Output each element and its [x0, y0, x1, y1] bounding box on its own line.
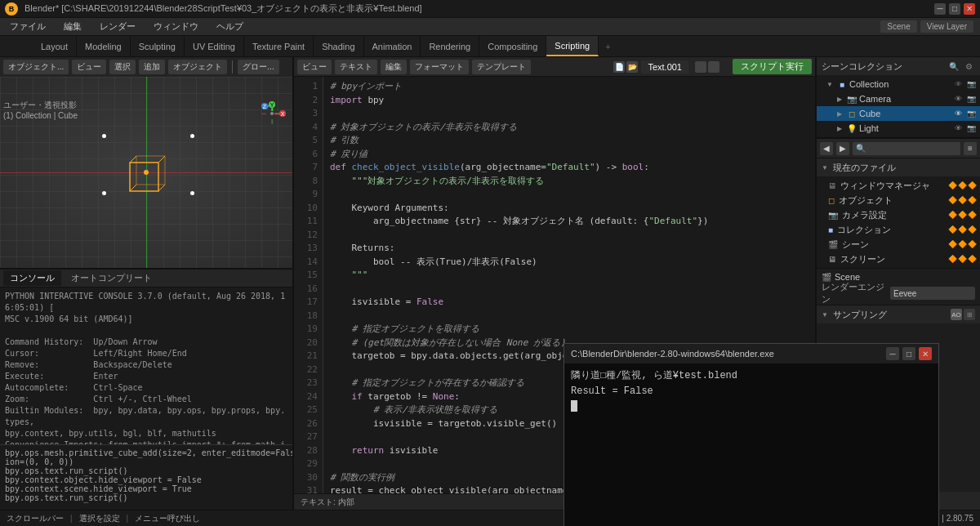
light-render-icon[interactable]: 📷 — [965, 123, 977, 134]
terminal-window: C:\BlenderDir\blender-2.80-windows64\ble… — [564, 343, 939, 526]
tree-item-cube[interactable]: ▶ ◻ Cube 👁 📷 — [817, 106, 980, 121]
camera-render-icon[interactable]: 📷 — [965, 93, 977, 105]
light-eye-icon[interactable]: 👁 — [952, 123, 964, 134]
camera-eye-icon[interactable]: 👁 — [952, 93, 964, 105]
minimize-button[interactable]: ─ — [934, 3, 946, 15]
file-wm-label: ウィンドウマネージャ — [840, 180, 930, 192]
console-header: コンソール オートコンプリート — [0, 270, 292, 288]
vt-select-menu[interactable]: 選択 — [109, 60, 136, 74]
console-body[interactable]: PYTHON INTERACTIVE CONSOLE 3.7.0 (defaul… — [0, 288, 292, 444]
tree-item-light[interactable]: ▶ 💡 Light 👁 📷 — [817, 121, 980, 136]
console-tab[interactable]: コンソール — [3, 270, 61, 286]
te-icon-open[interactable]: 📂 — [626, 61, 638, 73]
scene-selector[interactable]: Scene — [880, 20, 916, 33]
terminal-close[interactable]: ✕ — [919, 347, 932, 360]
tab-scripting[interactable]: Scripting — [546, 36, 599, 56]
menu-edit[interactable]: 編集 — [60, 19, 85, 34]
props-nav-back[interactable]: ◀ — [820, 142, 833, 155]
terminal-minimize[interactable]: ─ — [886, 347, 899, 360]
file-coll-icons: 🔶🔶🔶 — [948, 225, 977, 234]
te-text-btn[interactable]: テキスト — [335, 60, 377, 74]
te-edit-btn[interactable]: 編集 — [381, 60, 407, 74]
props-filter[interactable]: ≡ — [964, 142, 977, 155]
maximize-button[interactable]: □ — [949, 3, 960, 15]
visibility-icons: 👁 📷 — [952, 78, 977, 90]
viewport-content[interactable]: Y X Z ユーザー・透視投影 (1) Collection | Cube — [0, 77, 292, 268]
te-format-btn[interactable]: フォーマット — [410, 60, 469, 74]
viewport-scene[interactable]: Y X Z ユーザー・透視投影 (1) Collection | Cube — [0, 77, 292, 268]
tab-sculpting[interactable]: Sculpting — [131, 36, 185, 56]
code-line-5: # 引数 — [330, 134, 808, 148]
tab-texture-paint[interactable]: Texture Paint — [244, 36, 314, 56]
tab-layout[interactable]: Layout — [33, 36, 77, 56]
tab-compositing[interactable]: Compositing — [479, 36, 546, 56]
file-screen-icons: 🔶🔶🔶 — [948, 255, 977, 263]
eye-icon[interactable]: 👁 — [952, 78, 964, 90]
file-scene[interactable]: 🎬 シーン 🔶🔶🔶 — [817, 237, 980, 252]
ao-toggle[interactable]: AO — [951, 309, 962, 320]
tree-item-camera[interactable]: ▶ 📷 Camera 👁 📷 — [817, 91, 980, 106]
orientation-widget: Y X Z — [260, 101, 284, 126]
filename-label[interactable]: Text.001 — [641, 60, 688, 74]
vt-view-menu[interactable]: ビュー — [72, 60, 106, 74]
code-line-10: Keyword Arguments: — [330, 202, 808, 216]
cube-eye-icon[interactable]: 👁 — [952, 108, 964, 119]
sampling-header[interactable]: ▼ サンプリング AO ⊞ — [817, 305, 980, 323]
props-nav-forward[interactable]: ▶ — [836, 142, 849, 155]
sampling-title: サンプリング — [833, 309, 947, 321]
tab-uv-editing[interactable]: UV Editing — [185, 36, 244, 56]
file-screen-label: スクリーン — [840, 253, 885, 265]
tab-animation[interactable]: Animation — [364, 36, 421, 56]
code-line-7: def check_object_visible(arg_objectname=… — [330, 161, 808, 175]
outliner-icons: 🔍 ⚙ — [947, 60, 975, 73]
file-camera-settings[interactable]: 📷 カメラ設定 🔶🔶🔶 — [817, 207, 980, 222]
menu-window[interactable]: ウィンドウ — [150, 19, 202, 34]
viewport-3d: オブジェクト... ビュー 選択 追加 オブジェクト グロー... — [0, 57, 292, 270]
tab-modeling[interactable]: Modeling — [77, 36, 131, 56]
te-template-btn[interactable]: テンプレート — [472, 60, 531, 74]
outliner-header[interactable]: シーンコレクション 🔍 ⚙ — [817, 57, 980, 75]
te-pin[interactable] — [708, 61, 719, 73]
run-script-button[interactable]: スクリプト実行 — [733, 59, 812, 74]
files-section-header[interactable]: ▼ 現在のファイル — [817, 158, 980, 176]
vt-glow-btn[interactable]: グロー... — [238, 60, 278, 74]
file-window-manager[interactable]: 🖥 ウィンドウマネージャ 🔶🔶🔶 — [817, 178, 980, 193]
vt-add-menu[interactable]: 追加 — [139, 60, 165, 74]
cube-render-icon[interactable]: 📷 — [965, 108, 977, 119]
autocomplete-tab[interactable]: オートコンプリート — [65, 270, 158, 286]
close-button[interactable]: ✕ — [964, 3, 975, 15]
expand-arrow: ▼ — [825, 79, 835, 89]
file-collection[interactable]: ■ コレクション 🔶🔶🔶 — [817, 222, 980, 237]
view-layer-selector[interactable]: View Layer — [920, 20, 973, 33]
props-search[interactable]: 🔍 — [853, 142, 960, 155]
render-icon[interactable]: 📷 — [965, 78, 977, 90]
render-engine-select[interactable]: Eevee — [890, 287, 975, 300]
menu-render[interactable]: レンダー — [96, 19, 139, 34]
file-screen[interactable]: 🖥 スクリーン 🔶🔶🔶 — [817, 252, 980, 266]
window-controls: ─ □ ✕ — [934, 3, 975, 15]
size-icon[interactable]: ⊞ — [964, 309, 975, 320]
tree-item-scene-collection[interactable]: ▼ ■ Collection 👁 📷 — [817, 77, 980, 91]
svg-line-5 — [130, 185, 136, 191]
terminal-maximize[interactable]: □ — [902, 347, 915, 360]
tab-rendering[interactable]: Rendering — [421, 36, 479, 56]
file-scene-icons: 🔶🔶🔶 — [948, 240, 977, 248]
render-engine-row: レンダーエンジン Eevee — [822, 285, 975, 301]
te-icon-new[interactable]: 📄 — [613, 61, 625, 73]
te-view-btn[interactable]: ビュー — [297, 60, 332, 74]
vt-object-menu[interactable]: オブジェクト... — [3, 60, 69, 74]
te-close[interactable] — [695, 61, 706, 73]
expand-arrow: ▶ — [835, 123, 844, 133]
file-objects[interactable]: ◻ オブジェクト 🔶🔶🔶 — [817, 193, 980, 207]
settings-icon[interactable]: ⚙ — [962, 60, 975, 73]
tab-add[interactable]: + — [599, 36, 617, 56]
code-line-18 — [330, 310, 808, 323]
light-label: Light — [859, 123, 951, 133]
vt-object-ops[interactable]: オブジェクト — [168, 60, 227, 74]
tab-shading[interactable]: Shading — [314, 36, 363, 56]
terminal-titlebar: C:\BlenderDir\blender-2.80-windows64\ble… — [564, 344, 938, 363]
filter-icon[interactable]: 🔍 — [947, 60, 960, 73]
terminal-cursor-line — [571, 400, 932, 412]
menu-file[interactable]: ファイル — [7, 19, 49, 34]
menu-help[interactable]: ヘルプ — [213, 19, 247, 34]
